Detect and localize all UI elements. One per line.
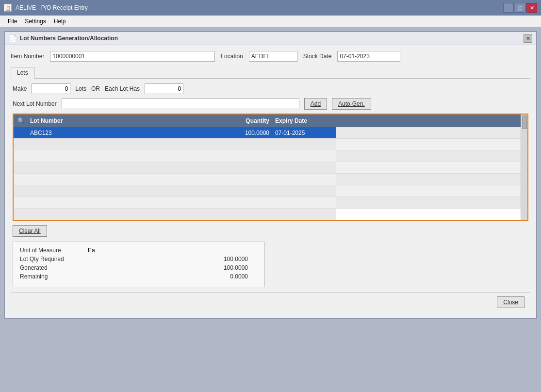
- scrollbar-thumb: [522, 115, 527, 129]
- app-icon: 📋: [4, 4, 12, 12]
- tab-bar: Lots: [11, 66, 530, 79]
- each-lot-has-label: Each Lot Has: [105, 85, 140, 92]
- lot-qty-required-label: Lot Qty Required: [20, 256, 88, 262]
- unit-of-measure-label: Unit of Measure: [20, 247, 88, 254]
- table-row: [14, 139, 336, 150]
- menu-help[interactable]: Help: [50, 17, 70, 26]
- minimize-button[interactable]: ─: [503, 3, 514, 13]
- lots-controls: Make Lots OR Each Lot Has: [13, 83, 528, 94]
- quantity-header: Quantity: [210, 117, 273, 124]
- table-row: [14, 150, 336, 162]
- table-row[interactable]: ABC123 100.0000 07-01-2025: [14, 127, 336, 139]
- dialog-title-bar: 📄 Lot Numbers Generation/Allocation ✕: [5, 32, 536, 45]
- add-button[interactable]: Add: [304, 98, 327, 110]
- table-row: [14, 209, 336, 220]
- lot-qty-required-value: 100.0000: [88, 256, 258, 262]
- make-label: Make: [13, 85, 27, 92]
- quantity-cell: 100.0000: [210, 130, 273, 136]
- lots-section: Make Lots OR Each Lot Has Next Lot Numbe…: [11, 83, 530, 287]
- right-panel-header: [336, 114, 521, 127]
- table-row: [14, 185, 336, 197]
- location-input[interactable]: [249, 51, 297, 62]
- auto-gen-button[interactable]: Auto-Gen.: [332, 98, 371, 110]
- title-bar: 📋 AELIVE - P/O Receipt Entry ─ □ ✕: [0, 0, 541, 16]
- item-number-label: Item Number: [11, 53, 44, 60]
- remaining-value: 0.0000: [88, 273, 258, 280]
- close-button[interactable]: Close: [497, 296, 525, 308]
- right-panel-row: [336, 197, 521, 209]
- expiry-date-cell: 07-01-2025: [273, 130, 336, 136]
- summary-section: Unit of Measure Ea Lot Qty Required 100.…: [13, 242, 265, 287]
- lots-label: Lots: [75, 85, 86, 92]
- right-panel-row: [336, 139, 521, 150]
- right-panel-row: [336, 150, 521, 162]
- expiry-date-header: Expiry Date: [273, 117, 336, 124]
- right-panel-row: [336, 174, 521, 185]
- restore-button[interactable]: □: [515, 3, 525, 13]
- right-panel-row: [336, 162, 521, 174]
- grid-header: 🔍 Lot Number Quantity Expiry Date: [14, 114, 336, 127]
- main-window: 📄 Lot Numbers Generation/Allocation ✕ It…: [4, 31, 537, 319]
- generated-label: Generated: [20, 264, 88, 271]
- menu-bar: File Settings Help: [0, 16, 541, 27]
- right-panel: [336, 114, 521, 220]
- table-row: [14, 174, 336, 185]
- or-label: OR: [91, 85, 100, 92]
- dialog-close-button[interactable]: ✕: [524, 34, 532, 43]
- table-row: [14, 162, 336, 174]
- lot-qty-required-row: Lot Qty Required 100.0000: [20, 256, 258, 262]
- menu-settings[interactable]: Settings: [21, 17, 49, 26]
- dialog-content: Item Number Location Stock Date Lots Mak…: [5, 45, 536, 318]
- table-row: [14, 197, 336, 209]
- generated-row: Generated 100.0000: [20, 264, 258, 271]
- stock-date-label: Stock Date: [303, 53, 332, 60]
- menu-file[interactable]: File: [4, 17, 21, 26]
- header-fields: Item Number Location Stock Date: [11, 51, 530, 62]
- remaining-row: Remaining 0.0000: [20, 273, 258, 280]
- make-input[interactable]: [32, 83, 70, 94]
- dialog-title-text: Lot Numbers Generation/Allocation: [20, 35, 521, 42]
- each-lot-has-input[interactable]: [145, 83, 183, 94]
- stock-date-input[interactable]: [337, 51, 400, 62]
- dialog-icon: 📄: [9, 34, 17, 42]
- app-close-button[interactable]: ✕: [526, 3, 537, 13]
- scrollbar[interactable]: [521, 114, 527, 220]
- next-lot-number-label: Next Lot Number: [13, 100, 57, 107]
- tab-lots[interactable]: Lots: [11, 67, 34, 79]
- title-bar-text: AELIVE - P/O Receipt Entry: [16, 4, 499, 11]
- right-panel-row: [336, 127, 521, 139]
- next-lot-number-input[interactable]: [62, 98, 299, 109]
- clear-all-button[interactable]: Clear All: [13, 225, 47, 237]
- next-lot-row: Next Lot Number Add Auto-Gen.: [13, 98, 528, 110]
- bottom-bar: Close: [11, 292, 530, 312]
- unit-of-measure-value: Ea: [88, 247, 95, 254]
- unit-of-measure-row: Unit of Measure Ea: [20, 247, 258, 254]
- right-panel-row: [336, 185, 521, 197]
- remaining-label: Remaining: [20, 273, 88, 280]
- generated-value: 100.0000: [88, 264, 258, 271]
- title-bar-controls: ─ □ ✕: [503, 3, 537, 13]
- item-number-input[interactable]: [50, 51, 215, 62]
- clear-all-row: Clear All: [13, 225, 528, 237]
- lot-number-header: Lot Number: [28, 117, 210, 124]
- lot-number-cell: ABC123: [28, 130, 210, 136]
- lot-grid: 🔍 Lot Number Quantity Expiry Date ABC123…: [14, 114, 336, 220]
- search-icon: 🔍: [14, 117, 28, 124]
- grid-container: 🔍 Lot Number Quantity Expiry Date ABC123…: [13, 114, 528, 221]
- location-label: Location: [221, 53, 243, 60]
